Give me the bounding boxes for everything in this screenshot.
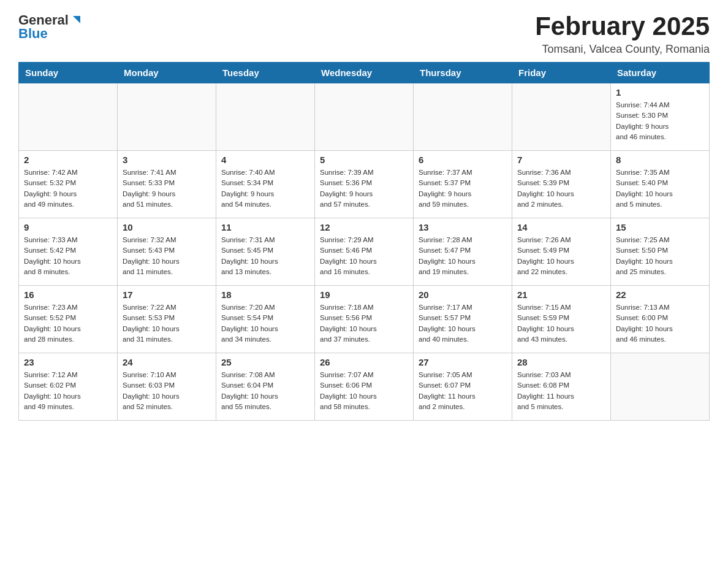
logo: General Blue [18,12,83,42]
calendar-week-5: 23Sunrise: 7:12 AM Sunset: 6:02 PM Dayli… [19,353,710,421]
day-number: 2 [24,155,112,165]
calendar-title: February 2025 [535,12,710,40]
calendar-cell [118,83,216,151]
calendar-cell: 28Sunrise: 7:03 AM Sunset: 6:08 PM Dayli… [512,353,611,421]
day-number: 23 [24,357,112,367]
day-number: 9 [24,222,112,232]
day-info: Sunrise: 7:37 AM Sunset: 5:37 PM Dayligh… [419,167,507,210]
day-info: Sunrise: 7:22 AM Sunset: 5:53 PM Dayligh… [123,302,211,345]
calendar-cell: 23Sunrise: 7:12 AM Sunset: 6:02 PM Dayli… [19,353,118,421]
calendar-cell [315,83,414,151]
calendar-cell: 18Sunrise: 7:20 AM Sunset: 5:54 PM Dayli… [216,286,315,353]
day-number: 12 [320,222,408,232]
calendar-cell [512,83,611,151]
day-number: 6 [419,155,507,165]
calendar-week-3: 9Sunrise: 7:33 AM Sunset: 5:42 PM Daylig… [19,218,710,286]
calendar-cell: 13Sunrise: 7:28 AM Sunset: 5:47 PM Dayli… [414,218,512,286]
calendar-week-2: 2Sunrise: 7:42 AM Sunset: 5:32 PM Daylig… [19,151,710,218]
calendar-cell: 3Sunrise: 7:41 AM Sunset: 5:33 PM Daylig… [118,151,216,218]
calendar-cell [216,83,315,151]
day-info: Sunrise: 7:03 AM Sunset: 6:08 PM Dayligh… [517,370,605,412]
col-header-friday: Friday [512,63,611,83]
day-info: Sunrise: 7:25 AM Sunset: 5:50 PM Dayligh… [616,235,704,277]
day-info: Sunrise: 7:28 AM Sunset: 5:47 PM Dayligh… [419,235,507,277]
day-number: 21 [517,289,605,300]
calendar-cell: 25Sunrise: 7:08 AM Sunset: 6:04 PM Dayli… [216,353,315,421]
col-header-monday: Monday [118,63,216,83]
day-info: Sunrise: 7:36 AM Sunset: 5:39 PM Dayligh… [517,167,605,210]
calendar-cell: 7Sunrise: 7:36 AM Sunset: 5:39 PM Daylig… [512,151,611,218]
day-info: Sunrise: 7:39 AM Sunset: 5:36 PM Dayligh… [320,167,408,210]
day-number: 15 [616,222,704,232]
col-header-saturday: Saturday [611,63,710,83]
calendar-cell: 16Sunrise: 7:23 AM Sunset: 5:52 PM Dayli… [19,286,118,353]
col-header-wednesday: Wednesday [315,63,414,83]
calendar-cell: 14Sunrise: 7:26 AM Sunset: 5:49 PM Dayli… [512,218,611,286]
day-info: Sunrise: 7:12 AM Sunset: 6:02 PM Dayligh… [24,370,112,412]
day-number: 25 [221,357,309,367]
day-info: Sunrise: 7:23 AM Sunset: 5:52 PM Dayligh… [24,302,112,345]
calendar-week-1: 1Sunrise: 7:44 AM Sunset: 5:30 PM Daylig… [19,83,710,151]
calendar-cell: 24Sunrise: 7:10 AM Sunset: 6:03 PM Dayli… [118,353,216,421]
day-info: Sunrise: 7:17 AM Sunset: 5:57 PM Dayligh… [419,302,507,345]
page-header: General Blue February 2025 Tomsani, Valc… [18,12,710,56]
calendar-week-4: 16Sunrise: 7:23 AM Sunset: 5:52 PM Dayli… [19,286,710,353]
day-info: Sunrise: 7:10 AM Sunset: 6:03 PM Dayligh… [123,370,211,412]
calendar-cell: 27Sunrise: 7:05 AM Sunset: 6:07 PM Dayli… [414,353,512,421]
calendar-cell: 21Sunrise: 7:15 AM Sunset: 5:59 PM Dayli… [512,286,611,353]
calendar-cell: 4Sunrise: 7:40 AM Sunset: 5:34 PM Daylig… [216,151,315,218]
calendar-cell [611,353,710,421]
day-info: Sunrise: 7:44 AM Sunset: 5:30 PM Dayligh… [616,100,704,142]
day-number: 5 [320,155,408,165]
day-number: 27 [419,357,507,367]
day-number: 17 [123,289,211,300]
calendar-cell: 15Sunrise: 7:25 AM Sunset: 5:50 PM Dayli… [611,218,710,286]
day-number: 18 [221,289,309,300]
calendar-cell: 2Sunrise: 7:42 AM Sunset: 5:32 PM Daylig… [19,151,118,218]
calendar-cell [19,83,118,151]
logo-blue-text: Blue [18,26,48,42]
day-info: Sunrise: 7:32 AM Sunset: 5:43 PM Dayligh… [123,235,211,277]
day-number: 22 [616,289,704,300]
day-number: 10 [123,222,211,232]
day-number: 3 [123,155,211,165]
day-number: 24 [123,357,211,367]
day-info: Sunrise: 7:29 AM Sunset: 5:46 PM Dayligh… [320,235,408,277]
day-info: Sunrise: 7:26 AM Sunset: 5:49 PM Dayligh… [517,235,605,277]
day-number: 1 [616,87,704,98]
day-number: 16 [24,289,112,300]
calendar-cell: 12Sunrise: 7:29 AM Sunset: 5:46 PM Dayli… [315,218,414,286]
day-number: 11 [221,222,309,232]
calendar-cell: 22Sunrise: 7:13 AM Sunset: 6:00 PM Dayli… [611,286,710,353]
logo-triangle-icon [69,13,83,27]
day-number: 8 [616,155,704,165]
col-header-tuesday: Tuesday [216,63,315,83]
calendar-cell [414,83,512,151]
calendar-cell: 20Sunrise: 7:17 AM Sunset: 5:57 PM Dayli… [414,286,512,353]
calendar-header-row: SundayMondayTuesdayWednesdayThursdayFrid… [19,63,710,83]
calendar-table: SundayMondayTuesdayWednesdayThursdayFrid… [18,62,710,421]
calendar-cell: 5Sunrise: 7:39 AM Sunset: 5:36 PM Daylig… [315,151,414,218]
title-block: February 2025 Tomsani, Valcea County, Ro… [535,12,710,56]
calendar-cell: 6Sunrise: 7:37 AM Sunset: 5:37 PM Daylig… [414,151,512,218]
day-info: Sunrise: 7:40 AM Sunset: 5:34 PM Dayligh… [221,167,309,210]
day-info: Sunrise: 7:18 AM Sunset: 5:56 PM Dayligh… [320,302,408,345]
location-subtitle: Tomsani, Valcea County, Romania [535,43,710,56]
calendar-cell: 8Sunrise: 7:35 AM Sunset: 5:40 PM Daylig… [611,151,710,218]
day-info: Sunrise: 7:07 AM Sunset: 6:06 PM Dayligh… [320,370,408,412]
calendar-cell: 10Sunrise: 7:32 AM Sunset: 5:43 PM Dayli… [118,218,216,286]
day-info: Sunrise: 7:41 AM Sunset: 5:33 PM Dayligh… [123,167,211,210]
day-number: 19 [320,289,408,300]
col-header-sunday: Sunday [19,63,118,83]
calendar-cell: 9Sunrise: 7:33 AM Sunset: 5:42 PM Daylig… [19,218,118,286]
day-info: Sunrise: 7:13 AM Sunset: 6:00 PM Dayligh… [616,302,704,345]
day-number: 26 [320,357,408,367]
day-number: 13 [419,222,507,232]
calendar-cell: 19Sunrise: 7:18 AM Sunset: 5:56 PM Dayli… [315,286,414,353]
calendar-cell: 1Sunrise: 7:44 AM Sunset: 5:30 PM Daylig… [611,83,710,151]
day-info: Sunrise: 7:35 AM Sunset: 5:40 PM Dayligh… [616,167,704,210]
day-info: Sunrise: 7:08 AM Sunset: 6:04 PM Dayligh… [221,370,309,412]
day-number: 7 [517,155,605,165]
day-info: Sunrise: 7:20 AM Sunset: 5:54 PM Dayligh… [221,302,309,345]
svg-marker-0 [73,16,80,23]
